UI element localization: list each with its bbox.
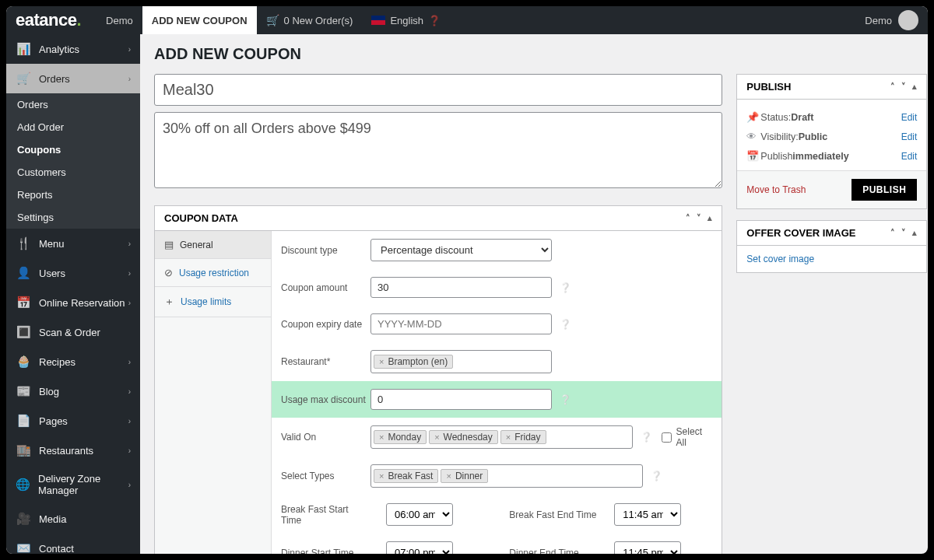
- sidebar-item-online-reservation[interactable]: 📅Online Reservation›: [6, 288, 140, 317]
- sidebar-icon: 📊: [16, 42, 31, 56]
- panel-down-icon[interactable]: ˅: [901, 82, 906, 92]
- bf-end-select[interactable]: 11:45 am: [614, 503, 681, 526]
- sidebar-icon: 🍴: [16, 236, 31, 250]
- tab-usage-restriction[interactable]: ⊘Usage restriction: [155, 259, 271, 287]
- page-title: ADD NEW COUPON: [154, 45, 914, 63]
- tag[interactable]: ×Friday: [500, 430, 546, 444]
- chevron-right-icon: ›: [128, 75, 131, 83]
- expiry-input[interactable]: [370, 313, 552, 334]
- coupon-description[interactable]: 30% off on all Orders above $499: [154, 112, 722, 188]
- remove-tag-icon[interactable]: ×: [446, 471, 451, 481]
- publish-panel: PUBLISH˄˅▴ 📌Status: DraftEdit 👁Visibilit…: [736, 74, 927, 209]
- panel-up-icon[interactable]: ˄: [890, 82, 895, 92]
- sidebar-item-recipes[interactable]: 🧁Recipes›: [6, 347, 140, 376]
- panel-up-icon[interactable]: ˄: [686, 213, 690, 223]
- submenu-settings[interactable]: Settings: [6, 206, 140, 229]
- dn-end-select[interactable]: 11:45 pm: [614, 541, 681, 554]
- sidebar-item-media[interactable]: 🎥Media: [6, 504, 140, 534]
- tab-usage-limits[interactable]: ＋Usage limits: [155, 287, 271, 317]
- panel-down-icon[interactable]: ˅: [697, 213, 701, 223]
- coupon-name-input[interactable]: [154, 74, 722, 106]
- select-types-tags[interactable]: ×Break Fast×Dinner: [370, 464, 643, 488]
- move-to-trash[interactable]: Move to Trash: [746, 184, 806, 195]
- limits-icon: ＋: [164, 295, 174, 309]
- topbar-demo[interactable]: Demo: [97, 6, 142, 34]
- restaurant-tags[interactable]: ×Brampton (en): [370, 350, 552, 373]
- flag-icon: [371, 16, 385, 25]
- coupon-amount-input[interactable]: [370, 277, 552, 298]
- submenu-coupons[interactable]: Coupons: [6, 138, 140, 161]
- panel-toggle-icon[interactable]: ▴: [708, 213, 712, 223]
- sidebar-item-contact[interactable]: ✉️Contact: [6, 534, 140, 554]
- panel-toggle-icon[interactable]: ▴: [912, 82, 917, 92]
- avatar[interactable]: [898, 10, 918, 30]
- tag[interactable]: ×Wednesday: [429, 430, 498, 444]
- select-all-checkbox[interactable]: [662, 432, 672, 443]
- sidebar-icon: 👤: [16, 266, 31, 280]
- panel-toggle-icon[interactable]: ▴: [912, 228, 917, 238]
- logo: eatance.: [16, 10, 81, 30]
- submenu-add-order[interactable]: Add Order: [6, 116, 140, 138]
- topbar-language[interactable]: English❓: [362, 6, 450, 34]
- tag[interactable]: ×Dinner: [441, 469, 488, 483]
- set-cover-image[interactable]: Set cover image: [746, 254, 814, 264]
- remove-tag-icon[interactable]: ×: [434, 432, 439, 442]
- remove-tag-icon[interactable]: ×: [506, 432, 511, 442]
- sidebar-icon: 🏬: [16, 443, 31, 457]
- sidebar-item-users[interactable]: 👤Users›: [6, 258, 140, 288]
- calendar-icon: 📅: [746, 150, 760, 162]
- restriction-icon: ⊘: [164, 267, 173, 278]
- sidebar-item-blog[interactable]: 📰Blog›: [6, 376, 140, 406]
- chevron-right-icon: ›: [128, 417, 131, 425]
- chevron-right-icon: ›: [128, 45, 131, 54]
- submenu-reports[interactable]: Reports: [6, 184, 140, 206]
- help-icon[interactable]: ❔: [641, 432, 652, 443]
- tag[interactable]: ×Brampton (en): [374, 355, 453, 369]
- dn-start-select[interactable]: 07:00 pm: [386, 541, 453, 554]
- help-icon[interactable]: ❔: [651, 471, 662, 481]
- sidebar-item-delivery-zone-manager[interactable]: 🌐Delivery Zone Manager›: [6, 465, 140, 504]
- panel-down-icon[interactable]: ˅: [901, 228, 906, 238]
- sidebar-icon: 📄: [16, 414, 31, 428]
- remove-tag-icon[interactable]: ×: [379, 471, 384, 481]
- sidebar-icon: 🧁: [16, 355, 31, 369]
- tab-general[interactable]: ▤General: [155, 231, 271, 259]
- usage-max-input[interactable]: [370, 389, 552, 410]
- sidebar-item-restaurants[interactable]: 🏬Restaurants›: [6, 436, 140, 465]
- edit-visibility[interactable]: Edit: [901, 131, 918, 142]
- tag[interactable]: ×Break Fast: [374, 469, 438, 483]
- chevron-right-icon: ›: [128, 481, 131, 489]
- sidebar-icon: 🛒: [16, 72, 31, 86]
- sidebar-icon: 📰: [16, 384, 31, 398]
- submenu-customers[interactable]: Customers: [6, 161, 140, 184]
- sidebar-item-menu[interactable]: 🍴Menu›: [6, 229, 140, 258]
- sidebar-item-analytics[interactable]: 📊Analytics›: [6, 34, 140, 64]
- help-icon[interactable]: ❔: [560, 394, 571, 405]
- remove-tag-icon[interactable]: ×: [379, 432, 384, 442]
- help-icon[interactable]: ❔: [560, 282, 571, 293]
- help-icon[interactable]: ❔: [560, 319, 571, 330]
- edit-time[interactable]: Edit: [901, 151, 918, 162]
- edit-status[interactable]: Edit: [901, 112, 918, 123]
- remove-tag-icon[interactable]: ×: [379, 357, 384, 366]
- panel-up-icon[interactable]: ˄: [890, 228, 895, 238]
- discount-type-select[interactable]: Percentage discount: [370, 239, 552, 261]
- pin-icon: 📌: [746, 111, 760, 123]
- topbar-active-page[interactable]: ADD NEW COUPON: [142, 6, 257, 34]
- sidebar-item-orders[interactable]: 🛒Orders›: [6, 64, 140, 93]
- general-icon: ▤: [164, 239, 174, 250]
- bf-start-select[interactable]: 06:00 am: [386, 503, 453, 526]
- publish-button[interactable]: PUBLISH: [851, 179, 917, 201]
- coupon-data-panel: COUPON DATA ˄˅▴ ▤General ⊘Usage restrict…: [154, 205, 722, 554]
- sidebar-item-scan-&-order[interactable]: 🔳Scan & Order: [6, 317, 140, 347]
- topbar-new-orders[interactable]: 🛒0 New Order(s): [257, 6, 363, 34]
- topbar-user[interactable]: Demo: [865, 15, 892, 26]
- chevron-right-icon: ›: [128, 299, 131, 307]
- submenu-orders[interactable]: Orders: [6, 93, 140, 116]
- tag[interactable]: ×Monday: [374, 430, 427, 444]
- chevron-right-icon: ›: [128, 240, 131, 248]
- sidebar-icon: 📅: [16, 296, 31, 310]
- sidebar-item-pages[interactable]: 📄Pages›: [6, 406, 140, 436]
- chevron-right-icon: ›: [128, 269, 131, 278]
- valid-on-tags[interactable]: ×Monday×Wednesday×Friday: [370, 425, 633, 449]
